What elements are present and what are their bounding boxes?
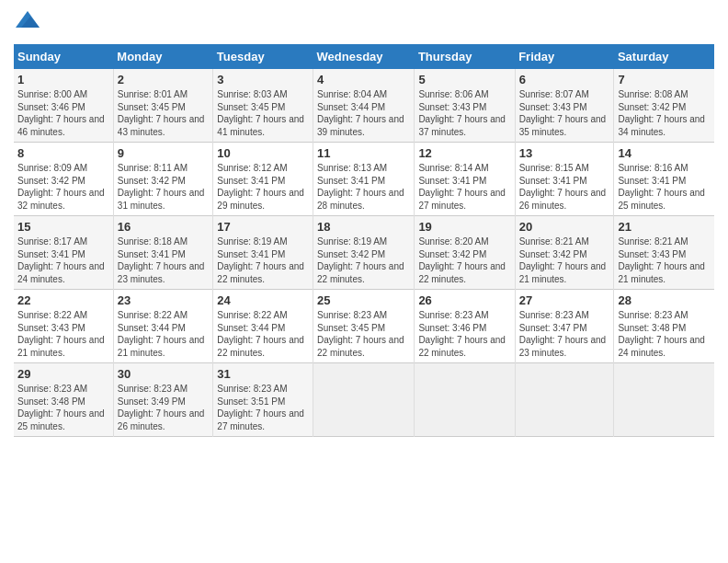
header-saturday: Saturday [614, 44, 714, 69]
day-number: 3 [217, 73, 309, 86]
logo [14, 9, 45, 37]
day-number: 13 [519, 146, 610, 160]
header-sunday: Sunday [14, 44, 113, 69]
calendar-week-2: 8Sunrise: 8:09 AMSunset: 3:42 PMDaylight… [14, 143, 714, 216]
day-info: Sunrise: 8:21 AMSunset: 3:42 PMDaylight:… [519, 236, 610, 285]
calendar-cell: 3Sunrise: 8:03 AMSunset: 3:45 PMDaylight… [213, 69, 313, 143]
day-number: 31 [217, 367, 309, 381]
calendar-cell: 13Sunrise: 8:15 AMSunset: 3:41 PMDayligh… [515, 143, 614, 216]
calendar-cell: 4Sunrise: 8:04 AMSunset: 3:44 PMDaylight… [313, 69, 415, 143]
calendar-cell: 1Sunrise: 8:00 AMSunset: 3:46 PMDaylight… [14, 69, 113, 143]
day-info: Sunrise: 8:12 AMSunset: 3:41 PMDaylight:… [217, 162, 309, 212]
calendar-cell: 29Sunrise: 8:23 AMSunset: 3:48 PMDayligh… [14, 363, 113, 437]
calendar-cell [614, 363, 714, 437]
day-number: 22 [17, 293, 109, 307]
day-number: 18 [317, 220, 410, 234]
calendar-cell: 7Sunrise: 8:08 AMSunset: 3:42 PMDaylight… [614, 69, 714, 143]
calendar-cell [313, 363, 415, 437]
header-wednesday: Wednesday [313, 44, 415, 69]
calendar-cell: 5Sunrise: 8:06 AMSunset: 3:43 PMDaylight… [415, 69, 515, 143]
day-info: Sunrise: 8:23 AMSunset: 3:47 PMDaylight:… [519, 309, 610, 359]
day-number: 7 [618, 73, 711, 86]
day-info: Sunrise: 8:15 AMSunset: 3:41 PMDaylight:… [519, 162, 610, 212]
page-header [14, 9, 714, 37]
header-row: Sunday Monday Tuesday Wednesday Thursday… [14, 44, 714, 69]
day-number: 30 [118, 367, 210, 381]
calendar-cell: 22Sunrise: 8:22 AMSunset: 3:43 PMDayligh… [14, 290, 113, 363]
page-container: Sunday Monday Tuesday Wednesday Thursday… [0, 0, 728, 446]
day-number: 20 [519, 220, 610, 234]
day-number: 10 [217, 146, 309, 160]
day-number: 29 [17, 367, 109, 381]
calendar-week-3: 15Sunrise: 8:17 AMSunset: 3:41 PMDayligh… [14, 216, 714, 290]
day-info: Sunrise: 8:23 AMSunset: 3:51 PMDaylight:… [217, 383, 309, 432]
header-friday: Friday [515, 44, 614, 69]
header-thursday: Thursday [415, 44, 515, 69]
day-info: Sunrise: 8:01 AMSunset: 3:45 PMDaylight:… [118, 88, 210, 138]
day-number: 4 [317, 73, 410, 86]
day-info: Sunrise: 8:19 AMSunset: 3:41 PMDaylight:… [217, 236, 309, 285]
day-info: Sunrise: 8:23 AMSunset: 3:45 PMDaylight:… [317, 309, 410, 359]
calendar-cell: 14Sunrise: 8:16 AMSunset: 3:41 PMDayligh… [614, 143, 714, 216]
calendar-cell: 11Sunrise: 8:13 AMSunset: 3:41 PMDayligh… [313, 143, 415, 216]
calendar-cell: 16Sunrise: 8:18 AMSunset: 3:41 PMDayligh… [113, 216, 213, 290]
day-info: Sunrise: 8:18 AMSunset: 3:41 PMDaylight:… [118, 236, 210, 285]
calendar-cell: 15Sunrise: 8:17 AMSunset: 3:41 PMDayligh… [14, 216, 113, 290]
day-number: 23 [118, 293, 210, 307]
day-number: 21 [618, 220, 711, 234]
day-number: 14 [618, 146, 711, 160]
day-number: 25 [317, 293, 410, 307]
calendar-cell: 9Sunrise: 8:11 AMSunset: 3:42 PMDaylight… [113, 143, 213, 216]
calendar-cell: 24Sunrise: 8:22 AMSunset: 3:44 PMDayligh… [213, 290, 313, 363]
day-info: Sunrise: 8:17 AMSunset: 3:41 PMDaylight:… [17, 236, 109, 285]
calendar-table: Sunday Monday Tuesday Wednesday Thursday… [14, 44, 714, 437]
day-info: Sunrise: 8:21 AMSunset: 3:43 PMDaylight:… [618, 236, 711, 285]
calendar-cell: 12Sunrise: 8:14 AMSunset: 3:41 PMDayligh… [415, 143, 515, 216]
day-number: 15 [17, 220, 109, 234]
day-number: 9 [118, 146, 210, 160]
day-info: Sunrise: 8:20 AMSunset: 3:42 PMDaylight:… [418, 236, 510, 285]
day-info: Sunrise: 8:09 AMSunset: 3:42 PMDaylight:… [17, 162, 109, 212]
calendar-cell [415, 363, 515, 437]
day-info: Sunrise: 8:23 AMSunset: 3:49 PMDaylight:… [118, 383, 210, 432]
day-info: Sunrise: 8:14 AMSunset: 3:41 PMDaylight:… [418, 162, 510, 212]
day-info: Sunrise: 8:23 AMSunset: 3:48 PMDaylight:… [618, 309, 711, 359]
calendar-cell: 20Sunrise: 8:21 AMSunset: 3:42 PMDayligh… [515, 216, 614, 290]
day-info: Sunrise: 8:23 AMSunset: 3:46 PMDaylight:… [418, 309, 510, 359]
calendar-cell: 17Sunrise: 8:19 AMSunset: 3:41 PMDayligh… [213, 216, 313, 290]
calendar-cell: 23Sunrise: 8:22 AMSunset: 3:44 PMDayligh… [113, 290, 213, 363]
logo-icon [14, 9, 41, 37]
day-number: 12 [418, 146, 510, 160]
calendar-cell: 31Sunrise: 8:23 AMSunset: 3:51 PMDayligh… [213, 363, 313, 437]
day-number: 1 [17, 73, 109, 86]
day-info: Sunrise: 8:23 AMSunset: 3:48 PMDaylight:… [17, 383, 109, 432]
day-number: 8 [17, 146, 109, 160]
calendar-cell: 27Sunrise: 8:23 AMSunset: 3:47 PMDayligh… [515, 290, 614, 363]
calendar-cell: 28Sunrise: 8:23 AMSunset: 3:48 PMDayligh… [614, 290, 714, 363]
calendar-cell: 2Sunrise: 8:01 AMSunset: 3:45 PMDaylight… [113, 69, 213, 143]
calendar-week-4: 22Sunrise: 8:22 AMSunset: 3:43 PMDayligh… [14, 290, 714, 363]
calendar-week-5: 29Sunrise: 8:23 AMSunset: 3:48 PMDayligh… [14, 363, 714, 437]
day-number: 17 [217, 220, 309, 234]
header-monday: Monday [113, 44, 213, 69]
day-info: Sunrise: 8:06 AMSunset: 3:43 PMDaylight:… [418, 88, 510, 138]
day-info: Sunrise: 8:22 AMSunset: 3:43 PMDaylight:… [17, 309, 109, 359]
day-info: Sunrise: 8:22 AMSunset: 3:44 PMDaylight:… [118, 309, 210, 359]
calendar-cell: 25Sunrise: 8:23 AMSunset: 3:45 PMDayligh… [313, 290, 415, 363]
day-info: Sunrise: 8:19 AMSunset: 3:42 PMDaylight:… [317, 236, 410, 285]
day-number: 28 [618, 293, 711, 307]
header-tuesday: Tuesday [213, 44, 313, 69]
day-info: Sunrise: 8:16 AMSunset: 3:41 PMDaylight:… [618, 162, 711, 212]
day-number: 6 [519, 73, 610, 86]
day-number: 11 [317, 146, 410, 160]
day-info: Sunrise: 8:00 AMSunset: 3:46 PMDaylight:… [17, 88, 109, 138]
day-number: 26 [418, 293, 510, 307]
day-info: Sunrise: 8:08 AMSunset: 3:42 PMDaylight:… [618, 88, 711, 138]
day-number: 16 [118, 220, 210, 234]
calendar-cell: 21Sunrise: 8:21 AMSunset: 3:43 PMDayligh… [614, 216, 714, 290]
day-info: Sunrise: 8:22 AMSunset: 3:44 PMDaylight:… [217, 309, 309, 359]
day-info: Sunrise: 8:13 AMSunset: 3:41 PMDaylight:… [317, 162, 410, 212]
day-number: 5 [418, 73, 510, 86]
calendar-cell: 10Sunrise: 8:12 AMSunset: 3:41 PMDayligh… [213, 143, 313, 216]
calendar-cell: 26Sunrise: 8:23 AMSunset: 3:46 PMDayligh… [415, 290, 515, 363]
